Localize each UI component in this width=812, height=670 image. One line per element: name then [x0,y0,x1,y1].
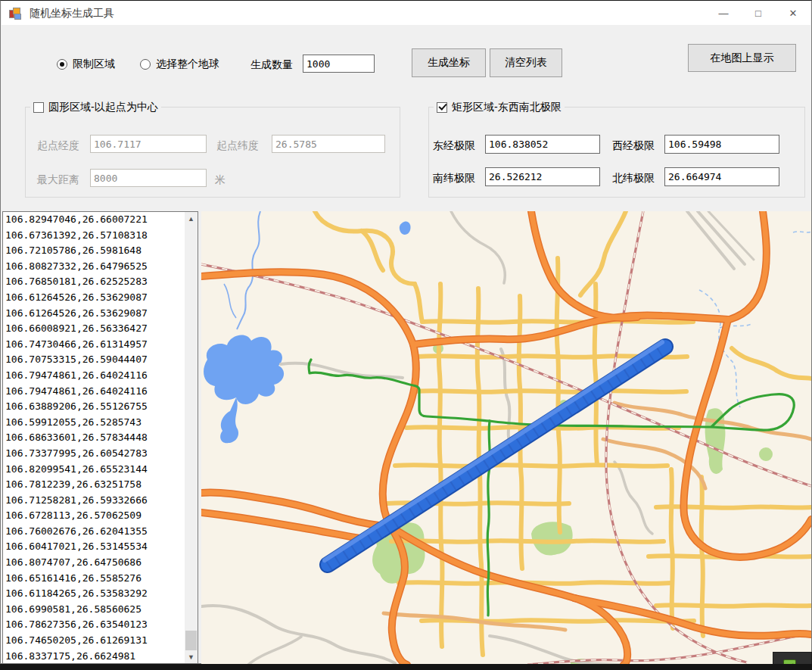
list-item[interactable]: 106.74730466,26.61314957 [3,337,185,353]
list-item[interactable]: 106.82947046,26.66007221 [3,212,185,228]
list-item[interactable]: 106.8337175,26.6624981 [3,649,185,663]
west-limit-input[interactable] [664,135,779,154]
north-limit-input[interactable] [664,167,779,186]
list-item[interactable]: 106.76850181,26.62525283 [3,274,185,290]
radio-whole-earth[interactable]: 选择整个地球 [140,58,219,71]
list-item[interactable]: 106.73377995,26.60542783 [3,446,185,462]
list-item[interactable]: 106.61264526,26.53629087 [3,306,185,322]
list-item[interactable]: 106.72105786,26.5981648 [3,243,185,259]
start-lat-label: 起点纬度 [216,139,259,153]
east-limit-input[interactable] [485,135,600,154]
maximize-button[interactable]: □ [741,2,776,25]
circle-region-checkbox[interactable] [33,102,44,113]
rect-region-title-label: 矩形区域-东西南北极限 [452,101,562,114]
list-item[interactable]: 106.78627356,26.63540123 [3,617,185,633]
list-item[interactable]: 106.79474861,26.64024116 [3,384,185,400]
south-limit-label: 南纬极限 [433,172,475,185]
list-item[interactable]: 106.61264526,26.53629087 [3,290,185,306]
title-bar: 随机坐标生成工具 — □ ✕ [2,2,810,25]
window-title: 随机坐标生成工具 [30,7,114,20]
list-item[interactable]: 106.6990581,26.58560625 [3,602,185,618]
list-item[interactable]: 106.76002676,26.62041355 [3,524,185,540]
bottom-edge [0,664,812,670]
map-canvas [201,211,811,665]
close-button[interactable]: ✕ [776,2,810,25]
list-item[interactable]: 106.6728113,26.57062509 [3,508,185,524]
north-limit-label: 北纬极限 [612,172,655,185]
minimize-button[interactable]: — [706,2,741,25]
list-item[interactable]: 106.67361392,26.57108318 [3,228,185,244]
rect-region-checkbox[interactable] [437,102,447,113]
rect-region-title: 矩形区域-东西南北极限 [434,101,565,114]
start-lon-input [90,135,207,153]
radio-limit-area-dot [57,59,67,70]
radio-whole-earth-label: 选择整个地球 [156,58,219,71]
vertical-scrollbar[interactable]: ▲ ▼ [185,212,198,663]
count-label: 生成数量 [250,58,293,72]
west-limit-label: 西经极限 [612,139,655,153]
radio-limit-area-label: 限制区域 [73,58,115,71]
list-item[interactable]: 106.61184265,26.53583292 [3,586,185,602]
clear-button[interactable]: 清空列表 [490,48,562,77]
list-item[interactable]: 106.71258281,26.59332666 [3,493,185,509]
list-item[interactable]: 106.70753315,26.59044407 [3,352,185,368]
scrollbar-thumb[interactable] [185,631,197,650]
list-item[interactable]: 106.60417021,26.53145534 [3,539,185,555]
map-view[interactable] [201,211,811,665]
list-item[interactable]: 106.80827332,26.64796525 [3,259,185,275]
list-item[interactable]: 106.7812239,26.63251758 [3,477,185,493]
list-item[interactable]: 106.65161416,26.5585276 [3,571,185,587]
coordinate-listbox[interactable]: 106.82947046,26.66007221106.67361392,26.… [2,211,198,664]
max-distance-input [90,169,207,187]
circle-region-title-label: 圆形区域-以起点为中心 [48,101,158,114]
scroll-up-icon[interactable]: ▲ [185,212,198,225]
radio-limit-area[interactable]: 限制区域 [57,58,115,71]
show-on-map-button[interactable]: 在地图上显示 [688,44,796,72]
generate-button[interactable]: 生成坐标 [412,48,486,77]
start-lat-input [272,135,385,153]
east-limit-label: 东经极限 [433,139,475,153]
circle-region-title: 圆形区域-以起点为中心 [30,101,161,114]
app-icon [9,8,22,20]
coordinate-list: 106.82947046,26.66007221106.67361392,26.… [3,212,185,663]
max-distance-label: 最大距离 [37,173,79,187]
count-input[interactable] [303,55,375,73]
south-limit-input[interactable] [485,167,600,186]
scroll-down-icon[interactable]: ▼ [185,650,198,663]
radio-whole-earth-dot [140,59,151,70]
list-item[interactable]: 106.74650205,26.61269131 [3,633,185,649]
start-lon-label: 起点经度 [37,139,79,153]
list-item[interactable]: 106.68633601,26.57834448 [3,430,185,446]
list-item[interactable]: 106.82099541,26.65523144 [3,462,185,478]
list-item[interactable]: 106.66008921,26.56336427 [3,321,185,337]
meter-unit-label: 米 [215,173,226,187]
list-item[interactable]: 106.79474861,26.64024116 [3,368,185,384]
list-item[interactable]: 106.59912055,26.5285743 [3,415,185,431]
list-item[interactable]: 106.8074707,26.64750686 [3,555,185,571]
list-item[interactable]: 106.63889206,26.55126755 [3,399,185,415]
app-window: 随机坐标生成工具 — □ ✕ 限制区域 选择整个地球 生成数量 生成坐标 清空列… [0,0,812,664]
